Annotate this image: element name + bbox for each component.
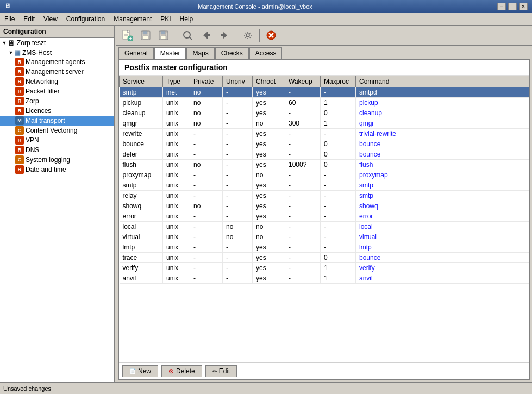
table-row[interactable]: showqunixno-yes--showq bbox=[120, 201, 529, 211]
col-type[interactable]: Type bbox=[163, 76, 190, 87]
sidebar-item-licences[interactable]: R Licences bbox=[0, 106, 114, 116]
table-row[interactable]: errorunix--yes--error bbox=[120, 211, 529, 222]
table-row[interactable]: smtpunix--yes--smtp bbox=[120, 180, 529, 191]
table-row[interactable]: pickupunixno-yes601pickup bbox=[120, 98, 529, 108]
cell-maxproc: - bbox=[321, 242, 356, 253]
cell-maxproc: 0 bbox=[321, 253, 356, 263]
maximize-button[interactable]: □ bbox=[508, 3, 517, 10]
table-row[interactable]: qmgrunixno-no3001qmgr bbox=[120, 118, 529, 129]
menu-management[interactable]: Management bbox=[109, 14, 156, 24]
col-service[interactable]: Service bbox=[120, 76, 163, 87]
sidebar-item-zms-host[interactable]: ▼ ▦ ZMS-Host bbox=[0, 48, 114, 57]
sidebar-item-zorp[interactable]: R Zorp bbox=[0, 96, 114, 106]
menu-file[interactable]: File bbox=[0, 14, 19, 24]
menu-view[interactable]: View bbox=[39, 14, 62, 24]
sidebar-item-date-and-time[interactable]: R Date and time bbox=[0, 165, 114, 174]
tab-general[interactable]: General bbox=[118, 47, 154, 59]
menu-edit[interactable]: Edit bbox=[19, 14, 39, 24]
tab-access[interactable]: Access bbox=[249, 47, 283, 59]
col-chroot[interactable]: Chroot bbox=[253, 76, 285, 87]
toolbar-new-button[interactable] bbox=[118, 27, 136, 43]
cell-type: unix bbox=[163, 98, 190, 108]
sidebar-item-dns[interactable]: R DNS bbox=[0, 145, 114, 155]
cell-maxproc: - bbox=[321, 129, 356, 139]
cell-private: - bbox=[190, 129, 223, 139]
networking-icon: R bbox=[15, 77, 24, 86]
sidebar-header: Configuration bbox=[0, 26, 114, 38]
new-button[interactable]: 📄 New bbox=[122, 365, 158, 377]
cell-service: relay bbox=[120, 191, 163, 201]
sidebar-item-packet-filter[interactable]: R Packet filter bbox=[0, 86, 114, 96]
cell-private: - bbox=[190, 139, 223, 149]
management-server-icon: R bbox=[15, 67, 24, 76]
col-unpriv[interactable]: Unpriv bbox=[223, 76, 253, 87]
toolbar-stop-button[interactable] bbox=[262, 27, 280, 43]
sidebar-item-content-vectoring[interactable]: C Content Vectoring bbox=[0, 126, 114, 135]
sidebar-item-label-zms-host: ZMS-Host bbox=[22, 49, 52, 57]
table-row[interactable]: bounceunix--yes-0bounce bbox=[120, 139, 529, 149]
col-wakeup[interactable]: Wakeup bbox=[285, 76, 321, 87]
menu-help[interactable]: Help bbox=[176, 14, 198, 24]
table-row[interactable]: rewriteunix--yes--trivial-rewrite bbox=[120, 129, 529, 139]
vpn-icon: R bbox=[15, 136, 24, 145]
tab-maps[interactable]: Maps bbox=[186, 47, 214, 59]
cell-service: showq bbox=[120, 201, 163, 211]
minimize-button[interactable]: − bbox=[497, 3, 506, 10]
sidebar-item-networking[interactable]: R Networking bbox=[0, 77, 114, 86]
table-row[interactable]: anvilunix--yes-1anvil bbox=[120, 273, 529, 284]
edit-button[interactable]: ✏ Edit bbox=[205, 365, 237, 377]
table-row[interactable]: localunix-nono--local bbox=[120, 222, 529, 232]
cell-command: smtpd bbox=[356, 87, 529, 98]
table-row[interactable]: deferunix--yes-0bounce bbox=[120, 149, 529, 160]
cell-chroot: yes bbox=[253, 160, 285, 170]
toolbar-settings-button[interactable] bbox=[239, 27, 256, 43]
table-row[interactable]: proxymapunix--no--proxymap bbox=[120, 170, 529, 180]
col-command[interactable]: Command bbox=[356, 76, 529, 87]
table-row[interactable]: verifyunix--yes-1verify bbox=[120, 263, 529, 273]
cell-type: unix bbox=[163, 242, 190, 253]
sidebar-item-mail-transport[interactable]: M Mail transport bbox=[0, 116, 114, 126]
cell-unpriv: - bbox=[223, 273, 253, 284]
table-row[interactable]: lmtpunix--yes--lmtp bbox=[120, 242, 529, 253]
tab-master[interactable]: Master bbox=[154, 47, 186, 59]
cell-private: no bbox=[190, 98, 223, 108]
toolbar-search-button[interactable] bbox=[179, 27, 196, 43]
toolbar-floppy-button[interactable] bbox=[155, 27, 173, 43]
sidebar-item-label-licences: Licences bbox=[26, 107, 51, 115]
toolbar-sep3 bbox=[259, 29, 260, 42]
cell-maxproc: - bbox=[321, 222, 356, 232]
table-row[interactable]: virtualunix-nono--virtual bbox=[120, 232, 529, 242]
cell-wakeup: - bbox=[285, 87, 321, 98]
menu-configuration[interactable]: Configuration bbox=[62, 14, 109, 24]
table-row[interactable]: smtpinetno-yes--smtpd bbox=[120, 87, 529, 98]
sidebar-item-system-logging[interactable]: C System logging bbox=[0, 155, 114, 165]
cell-maxproc: 0 bbox=[321, 160, 356, 170]
cell-command: verify bbox=[356, 263, 529, 273]
sidebar-item-label-zorp: Zorp bbox=[26, 97, 39, 105]
sidebar-item-management-server[interactable]: R Management server bbox=[0, 67, 114, 77]
delete-button[interactable]: ⊗ Delete bbox=[161, 365, 202, 377]
menubar: File Edit View Configuration Management … bbox=[0, 13, 532, 26]
menu-pki[interactable]: PKI bbox=[156, 14, 175, 24]
cell-type: unix bbox=[163, 180, 190, 191]
sidebar-item-vpn[interactable]: R VPN bbox=[0, 135, 114, 145]
toolbar-save-button[interactable] bbox=[137, 27, 154, 43]
table-container[interactable]: Service Type Private Unpriv Chroot Wakeu… bbox=[119, 76, 529, 362]
toolbar-forward-button[interactable] bbox=[216, 27, 233, 43]
col-maxproc[interactable]: Maxproc bbox=[321, 76, 356, 87]
cell-private: no bbox=[190, 108, 223, 118]
tab-checks[interactable]: Checks bbox=[215, 47, 249, 59]
table-row[interactable]: relayunix--yes--smtp bbox=[120, 191, 529, 201]
table-row[interactable]: flushunixno-yes1000?0flush bbox=[120, 160, 529, 170]
close-button[interactable]: ✕ bbox=[519, 3, 528, 10]
toolbar-back-button[interactable] bbox=[197, 27, 215, 43]
cell-type: unix bbox=[163, 211, 190, 222]
sidebar-item-management-agents[interactable]: R Management agents bbox=[0, 57, 114, 67]
table-row[interactable]: cleanupunixno-yes-0cleanup bbox=[120, 108, 529, 118]
col-private[interactable]: Private bbox=[190, 76, 223, 87]
sidebar-item-zorp-teszt[interactable]: ▼ 🖥 Zorp teszt bbox=[0, 38, 114, 48]
cell-unpriv: - bbox=[223, 139, 253, 149]
cell-chroot: yes bbox=[253, 201, 285, 211]
table-row[interactable]: traceunix--yes-0bounce bbox=[120, 253, 529, 263]
cell-command: anvil bbox=[356, 273, 529, 284]
